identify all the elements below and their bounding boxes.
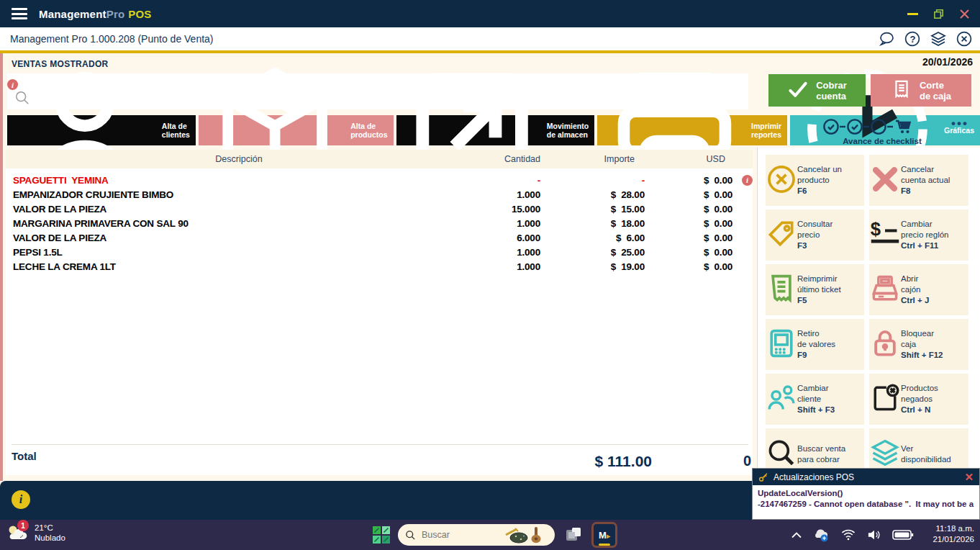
update-notification-popup: Actualizaciones POS ✕ UpdateLocalVersion… (752, 468, 980, 520)
table-row[interactable]: EMPANIZADOR CRUJIENTE BIMBO1.000$ 28.00$… (6, 187, 753, 202)
start-button[interactable] (372, 526, 391, 544)
app-header: Management Pro 1.000.208 (Punto de Venta… (0, 27, 980, 50)
photos-icon[interactable] (565, 526, 584, 544)
action-card-retiro-de-valores[interactable]: Retirode valoresF9 (766, 319, 864, 370)
main-content: VENTAS MOSTRADOR 20/01/2026 i Alta decli… (0, 53, 980, 481)
price-tag-icon (766, 218, 797, 253)
action-card-bloquear-caja[interactable]: BloquearcajaShift + F12 (869, 319, 968, 370)
taskbar-search-input[interactable] (422, 530, 494, 540)
info-icon[interactable]: i (7, 79, 18, 90)
search-sale-icon (766, 437, 797, 472)
table-row[interactable]: PEPSI 1.5L1.000$ 25.00$ 0.00 (6, 245, 753, 259)
popup-close-icon[interactable]: ✕ (964, 472, 974, 482)
chat-icon[interactable] (878, 30, 895, 48)
checklist-steps-icon (822, 117, 943, 136)
cell-qty: 1.000 (472, 247, 550, 258)
action-card-cancelar-un-producto[interactable]: Cancelar unproductoF6 (766, 155, 864, 206)
tray-chevron-icon[interactable] (791, 532, 802, 538)
toolbar-button-imprimir-reportes[interactable]: Imprimirreportes (597, 115, 787, 145)
shortcut-label: Shift + F3 (797, 405, 835, 415)
popup-titlebar: Actualizaciones POS ✕ (753, 469, 979, 485)
change-price-icon: $ (869, 218, 901, 253)
cell-usd: $ 0.00 (650, 218, 738, 229)
layers-icon[interactable] (930, 30, 947, 48)
actions-panel: Cancelar unproductoF6Cancelarcuenta actu… (757, 148, 980, 481)
action-card-cambiar-precio-regl-n[interactable]: $Cambiarprecio reglónCtrl + F11 (869, 209, 968, 261)
close-circle-icon[interactable] (956, 30, 973, 48)
cancel-account-icon (869, 163, 901, 198)
action-card-abrir-caj-n[interactable]: AbrircajónCtrl + J (869, 264, 968, 315)
footer-info-icon[interactable]: i (12, 490, 30, 509)
shortcut-label: Ctrl + N (901, 405, 938, 415)
table-row[interactable]: SPAGUETTI YEMINA--$ 0.00i (6, 173, 753, 187)
taskbar-clock[interactable]: 11:18 a.m. 21/01/2026 (933, 523, 974, 545)
checklist-label: Avance de checklist (820, 137, 944, 145)
table-row[interactable]: VALOR DE LA PIEZA15.000$ 15.00$ 0.00 (6, 202, 753, 216)
restore-button[interactable] (931, 6, 945, 21)
column-header-usd: USD (650, 154, 738, 164)
cell-desc: SPAGUETTI YEMINA (6, 175, 472, 186)
svg-text:$: $ (871, 218, 881, 238)
managementpro-app-icon[interactable]: M▸ (591, 522, 617, 548)
cell-desc: VALOR DE LA PIEZA (6, 204, 472, 215)
cell-usd: $ 0.00 (650, 189, 738, 200)
wifi-icon[interactable] (840, 528, 856, 541)
table-header: Descripción Cantidad Importe USD (6, 150, 753, 168)
cash-withdraw-icon (766, 328, 797, 362)
cell-usd: $ 0.00 (650, 247, 738, 258)
cell-desc: EMPANIZADOR CRUJIENTE BIMBO (6, 189, 472, 200)
row-info-icon[interactable]: i (742, 175, 753, 186)
action-card-productos-negados[interactable]: ProductosnegadosCtrl + N (869, 374, 968, 425)
cell-desc: MARGARINA PRIMAVERA CON SAL 90 (6, 218, 472, 229)
help-icon[interactable]: ? (904, 30, 921, 48)
battery-icon[interactable] (892, 529, 914, 541)
cell-desc: LECHE LA CREMA 1LT (6, 261, 472, 272)
change-client-icon (766, 382, 797, 417)
shortcut-label: Shift + F12 (901, 350, 943, 361)
table-row[interactable]: MARGARINA PRIMAVERA CON SAL 901.000$ 18.… (6, 216, 753, 230)
table-row[interactable]: VALOR DE LA PIEZA6.000$ 6.00$ 0.00 (6, 230, 753, 245)
cell-usd: $ 0.00 (650, 175, 738, 186)
speaker-icon[interactable] (866, 528, 882, 541)
onedrive-cloud-icon[interactable] (812, 527, 830, 543)
cell-importe: $ 28.00 (550, 189, 650, 200)
total-count: 0 (743, 453, 751, 469)
action-card-cancelar-cuenta-actual[interactable]: Cancelarcuenta actualF8 (869, 155, 968, 206)
more-options-button[interactable]: ••• (951, 117, 968, 131)
taskbar-weather-widget[interactable]: 1 21°C Nublado (4, 522, 65, 544)
total-amount: $ 111.00 (509, 453, 652, 470)
check-icon (787, 78, 809, 103)
taskbar-search[interactable] (398, 524, 555, 546)
column-header-cantidad: Cantidad (472, 154, 550, 164)
toolbar-button-alta-de-productos[interactable]: Alta deproductos (199, 115, 394, 145)
cell-importe: $ 25.00 (550, 247, 650, 258)
cell-qty: 1.000 (472, 261, 550, 272)
toolbar-button-alta-de-clientes[interactable]: Alta declientes (7, 115, 196, 145)
cell-qty: 1.000 (472, 189, 550, 200)
action-card-reimprimir-ltimo-ticket[interactable]: Reimprimirúltimo ticketF5 (766, 264, 864, 315)
search-icon (405, 530, 416, 541)
column-header-descripcion: Descripción (6, 154, 472, 164)
cobrar-cuenta-button[interactable]: Cobrarcuenta (768, 74, 866, 107)
cell-qty: 1.000 (472, 218, 550, 229)
shortcut-label: F6 (797, 186, 842, 197)
action-card-consultar-precio[interactable]: ConsultarprecioF3 (766, 209, 864, 261)
cell-qty: 15.000 (472, 204, 550, 215)
total-label: Total (12, 450, 37, 462)
weather-cloud-icon: 1 (4, 522, 30, 544)
shortcut-label: F3 (797, 240, 832, 251)
table-row[interactable]: LECHE LA CREMA 1LT1.000$ 19.00$ 0.00 (6, 259, 753, 274)
shortcut-label: F5 (797, 295, 841, 306)
clock-date: 21/01/2026 (933, 534, 974, 545)
close-button[interactable] (957, 6, 971, 21)
action-card-cambiar-cliente[interactable]: CambiarclienteShift + F3 (766, 374, 864, 425)
toolbar-button-movimiento-de-almacen[interactable]: Movimientode almacen (396, 115, 595, 145)
minimize-button[interactable] (905, 6, 920, 21)
svg-text:?: ? (910, 34, 916, 45)
weather-temp: 21°C (35, 523, 65, 533)
hamburger-menu-icon[interactable] (12, 8, 27, 19)
cell-importe: $ 15.00 (550, 204, 650, 215)
shortcut-label: F9 (797, 350, 835, 361)
lock-icon (869, 328, 901, 362)
corte-caja-button[interactable]: Cortede caja (871, 74, 971, 107)
